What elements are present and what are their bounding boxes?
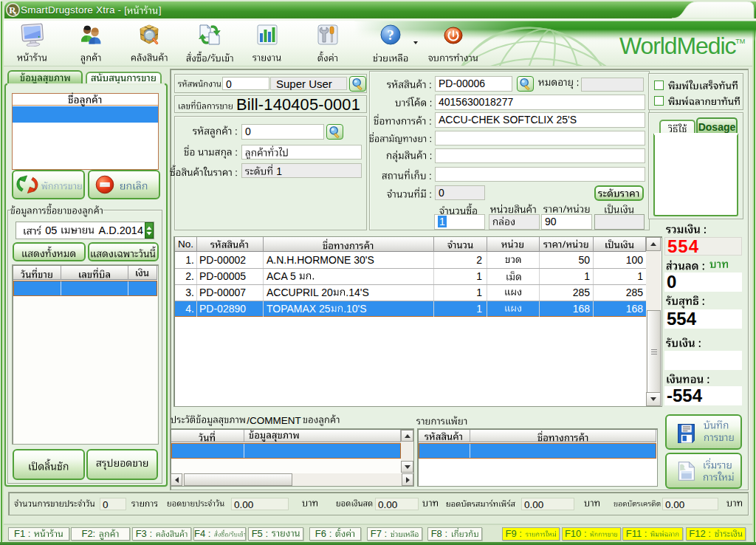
- svg-text:x: x: [13, 9, 17, 16]
- svg-text:?: ?: [387, 27, 394, 43]
